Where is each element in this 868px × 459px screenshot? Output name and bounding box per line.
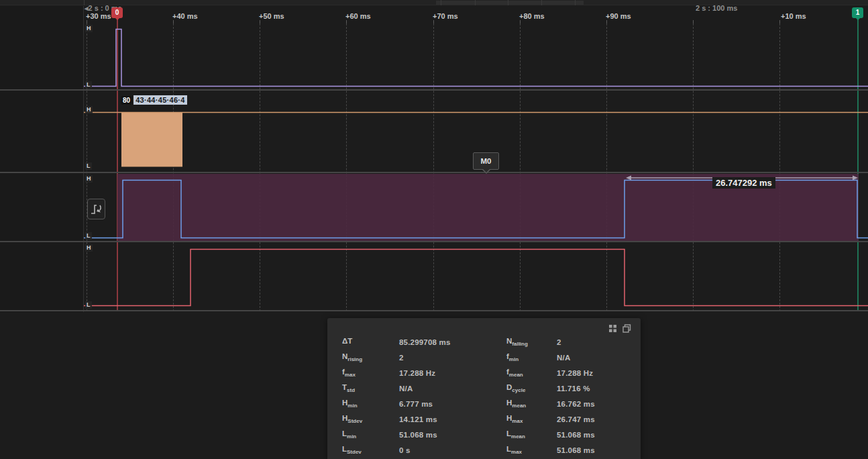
stat-label: fmean <box>506 368 557 378</box>
timeline-tick-label: +40 ms <box>172 12 198 20</box>
stat-label: Tstd <box>342 383 399 393</box>
stat-value: 0 s <box>399 446 506 454</box>
timeline-tick <box>260 20 260 23</box>
overview-bar[interactable] <box>0 0 868 5</box>
serial-decode-annotation[interactable]: 80 43·44·45·46·4 <box>121 95 187 105</box>
stat-label: fmin <box>506 352 557 362</box>
stat-value: 17.288 Hz <box>399 369 506 377</box>
serial-byte-badge: 80 <box>121 96 132 105</box>
timeline-tick-label: +10 ms <box>781 12 806 20</box>
overview-notch <box>541 0 542 5</box>
stats-row: LStdev 0 s Lmax 51.068 ms <box>342 442 635 458</box>
a7-waveform[interactable] <box>84 244 868 311</box>
timeline-tick <box>87 20 87 23</box>
scale-high-label: H <box>85 175 93 183</box>
scale-high-label: H <box>85 106 93 113</box>
timing-marker-0-pin[interactable]: 0 <box>111 7 123 18</box>
timeline-tick-label: +90 ms <box>606 12 631 20</box>
timing-marker-1-pin[interactable]: 1 <box>852 7 863 18</box>
scale-high-label: H <box>85 244 93 252</box>
stat-label: Hmean <box>506 399 557 409</box>
scale-low-label: L <box>85 162 92 170</box>
measurement-value-label[interactable]: 26.747292 ms <box>712 177 775 189</box>
stats-row: Lmin 51.068 ms Lmean 51.068 ms <box>342 427 635 442</box>
timeline-tick <box>693 20 694 23</box>
timeline-tick-label: +30 ms <box>86 12 111 20</box>
timeline-major-label-right[interactable]: 2 s : 100 ms <box>696 4 737 12</box>
stat-value: 51.068 ms <box>557 446 635 454</box>
stat-value: N/A <box>557 354 635 362</box>
stat-label: Nfalling <box>506 337 557 347</box>
overview-viewport[interactable] <box>436 1 584 5</box>
stat-value: 2 <box>399 354 506 362</box>
stat-value: 11.716 % <box>557 385 635 393</box>
stat-label: HStdev <box>342 414 399 424</box>
logic-analyzer-app: ◂2 s : 0 ms 2 s : 100 ms +30 ms +40 ms +… <box>0 0 868 459</box>
stat-label: Lmin <box>342 429 399 440</box>
scale-low-label: L <box>85 301 92 309</box>
stat-value: 14.121 ms <box>399 415 506 423</box>
stat-value: 2 <box>557 338 635 346</box>
timeline-tick <box>606 20 607 23</box>
stat-label: Lmax <box>506 445 557 455</box>
stats-row: Nrising 2 fmin N/A <box>342 350 635 365</box>
stat-value: 17.288 Hz <box>557 369 635 377</box>
stats-row: fmax 17.288 Hz fmean 17.288 Hz <box>342 365 635 380</box>
scale-low-label: L <box>85 232 92 240</box>
stat-value: 26.747 ms <box>557 415 635 423</box>
overview-notch <box>441 0 441 5</box>
stat-label: LStdev <box>342 445 399 455</box>
stat-value: 85.299708 ms <box>399 338 506 346</box>
measurement-stats-panel: ΔT 85.299708 ms Nfalling 2 Nrising 2 fmi… <box>327 318 641 459</box>
timeline-tick-label: +80 ms <box>519 12 545 20</box>
scale-high-label: H <box>85 25 93 32</box>
timeline-tick-label: +60 ms <box>345 12 371 20</box>
stats-row: ΔT 85.299708 ms Nfalling 2 <box>342 334 635 350</box>
channel-label-column <box>0 6 84 312</box>
stat-label: Hmin <box>342 399 399 409</box>
stats-table: ΔT 85.299708 ms Nfalling 2 Nrising 2 fmi… <box>342 334 635 458</box>
timeline-tick <box>433 20 434 23</box>
stat-label: ΔT <box>342 337 399 347</box>
scale-low-label: L <box>85 81 92 89</box>
stat-label: Hmax <box>506 414 557 424</box>
overview-notch <box>508 0 508 5</box>
serial-data-block[interactable] <box>121 113 182 167</box>
rising-edge-trigger-icon <box>89 201 103 217</box>
timeline-tick <box>346 20 347 23</box>
row-divider <box>0 310 868 311</box>
stat-value: 51.068 ms <box>557 431 635 439</box>
add-to-data-table-icon[interactable] <box>608 324 617 333</box>
stats-row: HStdev 14.121 ms Hmax 26.747 ms <box>342 411 635 427</box>
stat-value: 16.762 ms <box>557 400 635 408</box>
row-divider <box>0 241 868 242</box>
stat-value: 51.068 ms <box>399 431 506 439</box>
stats-row: Hmin 6.777 ms Hmean 16.762 ms <box>342 396 635 411</box>
timeline-tick <box>779 20 780 23</box>
stats-row: Tstd N/A Dcycle 11.716 % <box>342 380 635 396</box>
measurement-marker-m0[interactable]: M0 <box>473 152 499 170</box>
timeline-tick <box>173 20 174 23</box>
timeline-tick <box>520 20 521 23</box>
trigger-indicator-button[interactable] <box>87 199 105 219</box>
serial-byte-values: 43·44·45·46·4 <box>133 95 187 105</box>
stat-value: 6.777 ms <box>399 400 506 408</box>
timeline-tick-label: +50 ms <box>259 12 284 20</box>
stat-label: Lmean <box>506 429 557 440</box>
overview-notch <box>575 0 576 5</box>
row-divider <box>0 172 868 173</box>
timeline-tick-label: +70 ms <box>433 12 458 20</box>
stat-label: fmax <box>342 368 399 378</box>
overview-notch <box>475 0 476 5</box>
a6-waveform[interactable] <box>84 23 868 90</box>
stat-value: N/A <box>399 385 506 393</box>
stat-label: Dcycle <box>506 383 557 393</box>
stat-label: Nrising <box>342 352 399 362</box>
row-divider <box>0 89 868 91</box>
copy-icon[interactable] <box>622 324 631 333</box>
